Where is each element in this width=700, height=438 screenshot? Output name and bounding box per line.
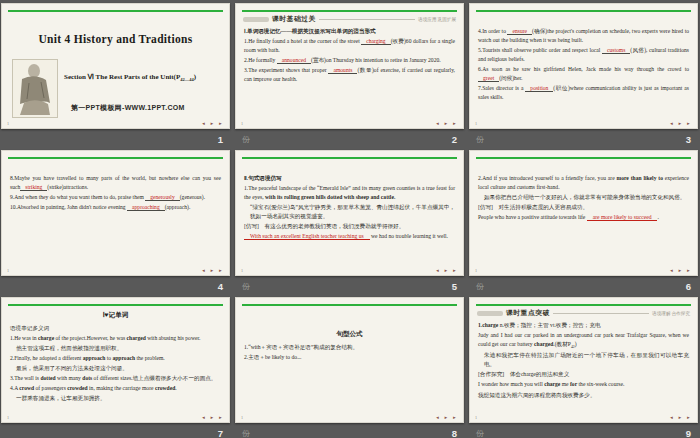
section-subtitle: Section Ⅵ The Rest Parts of the Unit(P42…: [64, 73, 226, 82]
section-intro: Ⅰ.单词语境记忆——根据英汉提示写出单词的适当形式: [244, 27, 455, 36]
fill-blank-item: 9.And when they do what you want them to…: [10, 193, 221, 202]
answer-blank: approaching: [127, 204, 165, 211]
thumbnail-cell-6: 2.And if you introduced yourself to a fr…: [469, 150, 698, 297]
word-item: 3.The wall is dotted with many dots of d…: [10, 374, 221, 383]
thumbnail-caption: 7: [1, 423, 230, 438]
fill-blank-item: 1.He finally found a hotel at the corner…: [244, 37, 455, 55]
site-watermark-text: 第一PPT模板网-WWW.1PPT.COM: [71, 103, 185, 113]
thumbnail-cell-7: Ⅰ♥记单词 语境串记多义词 1.He was in charge of the …: [1, 297, 230, 438]
unit-title: Unit 4 History and Traditions: [1, 33, 230, 45]
formula-item: 2.主语＋be likely to do...: [244, 353, 455, 362]
green-divider: [242, 10, 457, 12]
slide-thumbnail-2[interactable]: 课时基础过关 语境应用 巩固扩展 Ⅰ.单词语境记忆——根据英汉提示写出单词的适当…: [235, 3, 464, 129]
header-title: Ⅰ♥记单词: [10, 310, 221, 321]
example-translation: 朱迪和我把车停在特拉法加广场附近的一个地下停车场，在那里我们可以给车充电。: [478, 351, 689, 369]
explore-translation: 我想知道这为期六周的课程您将向我收费多少。: [478, 391, 689, 400]
slide-thumbnail-3[interactable]: 4.In order to ensure(确保)the project's co…: [469, 3, 698, 129]
slide-content: 1.charge n.收费；指控；主管 vt.收费；控告；充电 Judy and…: [478, 321, 689, 401]
slide-number: 7: [218, 428, 223, 438]
green-divider: [476, 10, 691, 12]
green-divider: [8, 10, 223, 12]
green-divider: [8, 157, 223, 159]
answer-blank: customs: [602, 47, 630, 54]
statue-image: [12, 59, 58, 118]
nav-arrows-icon: ◄ ► ►: [201, 268, 224, 273]
imitation-line: [仿写] 有这么优秀的老师教我们英语，我们没费劲就学得很好。: [244, 222, 455, 231]
thumbnail-caption: 份 8: [235, 423, 464, 438]
nav-arrows-icon: ◄ ► ►: [669, 415, 692, 420]
slide-thumbnail-6[interactable]: 2.And if you introduced yourself to a fr…: [469, 150, 698, 276]
slide-footer: 1 ◄ ► ►: [241, 121, 458, 126]
slide-thumbnail-7[interactable]: Ⅰ♥记单词 语境串记多义词 1.He was in charge of the …: [1, 297, 230, 423]
word-item-cn: 他主管这项工程，然而他被指控滥用职权。: [10, 344, 221, 353]
model-sentence: 1.The peaceful landscape of the “Emerald…: [244, 184, 455, 202]
thumbnail-cell-2: 课时基础过关 语境应用 巩固扩展 Ⅰ.单词语境记忆——根据英汉提示写出单词的适当…: [235, 3, 464, 150]
green-divider: [476, 304, 691, 306]
slide-content: 4.In order to ensure(确保)the project's co…: [478, 27, 689, 103]
fill-blank-item: 2.He formally announced(宣布)on Thursday h…: [244, 56, 455, 65]
slide-footer: 1 ◄ ► ►: [475, 121, 692, 126]
slide-thumbnail-1[interactable]: Unit 4 History and Traditions Section Ⅵ …: [1, 3, 230, 129]
slide-footer: 1 ◄ ► ►: [7, 121, 224, 126]
word-item-cn: 一群乘客涌进来，让车厢更加拥挤。: [10, 394, 221, 403]
slide-number: 4: [218, 281, 223, 292]
slide-number: 2: [452, 134, 457, 145]
green-divider: [476, 157, 691, 159]
section-intro: Ⅱ.句式语境仿写: [244, 174, 455, 183]
header-title: 句型公式: [244, 329, 455, 340]
slide-number: 3: [686, 134, 691, 145]
sentence-translation: 如果你把自己介绍给一个友好的人，你就非常有可能亲身体验当地的文化和风俗。: [478, 193, 689, 202]
watermark-char: 份: [242, 134, 250, 145]
fill-blank-item: 8.Maybe you have travelled to many parts…: [10, 174, 221, 192]
word-item: 2.Finally, he adopted a different approa…: [10, 354, 221, 363]
watermark-char: 份: [476, 281, 484, 292]
answer-blank: announced: [277, 57, 311, 64]
slide-thumbnail-9[interactable]: 课时重点突破 语境理解 合作探究 1.charge n.收费；指控；主管 vt.…: [469, 297, 698, 423]
fill-blank-item: 7.Sales director is a position(职位)where …: [478, 84, 689, 102]
slide-footer: 1 ◄ ► ►: [241, 268, 458, 273]
nav-arrows-icon: ◄ ► ►: [669, 121, 692, 126]
sentence-translation: “绿宝石(爱尔兰)岛”风光宁静秀美，那里草木葱茏、青山连绵起伏，牛羊点缀其中，犹…: [244, 203, 455, 221]
page-range-subscript: 42—44: [180, 77, 194, 82]
answer-red-underline: With such an excellent English teacher t…: [244, 233, 370, 240]
fill-blank-item: 5.Tourists shall observe public order an…: [478, 46, 689, 64]
fill-blank-item: 10.Absorbed in painting, John didn't not…: [10, 203, 221, 212]
answer-blank: position: [525, 85, 553, 92]
slide-footer-page: 1: [7, 268, 9, 273]
thumbnail-cell-9: 课时重点突破 语境理解 合作探究 1.charge n.收费；指控；主管 vt.…: [469, 297, 698, 438]
watermark-char: 份: [476, 428, 484, 438]
answer-red-underline: are more likely to succeed: [587, 214, 658, 221]
header-title: 课时基础过关: [272, 14, 316, 24]
word-item-cn: 最后，他采用了不同的方法来处理这个问题。: [10, 364, 221, 373]
fill-blank-item: 3.The experiment shows that proper amoun…: [244, 66, 455, 84]
header-rule: [319, 19, 415, 20]
slide-content: Ⅰ.单词语境记忆——根据英汉提示写出单词的适当形式 1.He finally f…: [244, 27, 455, 85]
slide-content: 8.Maybe you have travelled to many parts…: [10, 174, 221, 213]
thumbnail-caption: 份 2: [235, 129, 464, 149]
slide-footer-page: 1: [475, 415, 477, 420]
watermark-char: 份: [242, 281, 250, 292]
slide-footer: 1 ◄ ► ►: [7, 415, 224, 420]
slide-thumbnail-4[interactable]: 8.Maybe you have travelled to many parts…: [1, 150, 230, 276]
answer-blank: greet: [478, 75, 499, 82]
slide-footer: 1 ◄ ► ►: [7, 268, 224, 273]
thumbnail-caption: 份 5: [235, 276, 464, 296]
nav-arrows-icon: ◄ ► ►: [669, 268, 692, 273]
word-item: 4.A crowd of passengers crowded in, maki…: [10, 384, 221, 393]
thumbnail-caption: 1: [1, 129, 230, 149]
slide-content: Ⅱ.句式语境仿写 1.The peaceful landscape of the…: [244, 174, 455, 242]
slide-footer-page: 1: [7, 415, 9, 420]
fill-blank-item: 4.In order to ensure(确保)the project's co…: [478, 27, 689, 45]
header-tagline: 语境理解 合作探究: [652, 311, 690, 316]
slide-footer: 1 ◄ ► ►: [475, 415, 692, 420]
header-accent-bar: [243, 17, 269, 22]
answer-blank: generously: [145, 194, 180, 201]
answer-blank: amounts: [328, 67, 357, 74]
slide-footer-page: 1: [241, 268, 243, 273]
slide-thumbnail-8[interactable]: 句型公式 1.“with＋宾语＋宾语补足语”构成的复合结构。 2.主语＋be l…: [235, 297, 464, 423]
answer-blank: ensure: [507, 28, 532, 35]
model-sentence: 2.And if you introduced yourself to a fr…: [478, 174, 689, 192]
word-entry: 1.charge n.收费；指控；主管 vt.收费；控告；充电: [478, 321, 689, 330]
slide-thumbnail-5[interactable]: Ⅱ.句式语境仿写 1.The peaceful landscape of the…: [235, 150, 464, 276]
green-divider: [8, 304, 223, 306]
